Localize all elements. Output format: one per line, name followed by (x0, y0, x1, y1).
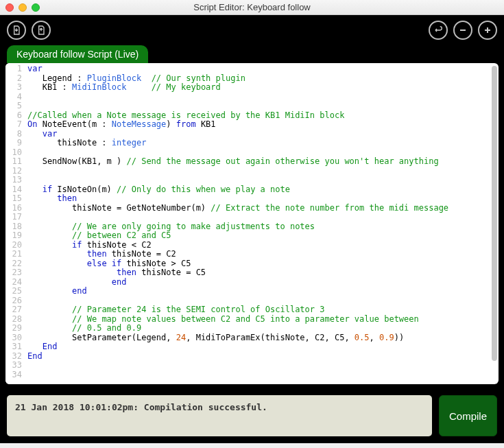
tab-script[interactable]: Keyboard follow Script (Live) (7, 45, 148, 63)
add-button[interactable] (478, 21, 497, 40)
remove-button[interactable] (453, 21, 472, 40)
file-export-icon (36, 25, 47, 36)
file-import-icon (11, 25, 22, 36)
close-window-button[interactable] (5, 3, 14, 12)
arrow-return-icon (433, 25, 444, 36)
minimize-window-button[interactable] (19, 3, 27, 12)
status-message: 21 Jan 2018 10:01:02pm: Compilation succ… (7, 395, 432, 436)
window-title: Script Editor: Keyboard follow (0, 2, 504, 12)
compile-button[interactable]: Compile (439, 395, 497, 436)
scrollbar-thumb[interactable] (492, 66, 497, 361)
import-script-button[interactable] (7, 21, 26, 40)
code-editor[interactable]: 1234567891011121314151617181920212223242… (5, 63, 499, 384)
code-area[interactable]: var Legend : PluginBlock // Our synth pl… (25, 63, 499, 384)
minus-icon (457, 25, 468, 36)
export-script-button[interactable] (32, 21, 51, 40)
status-bar: 21 Jan 2018 10:01:02pm: Compilation succ… (0, 390, 504, 443)
tab-bar: Keyboard follow Script (Live) (0, 45, 504, 63)
line-number-gutter: 1234567891011121314151617181920212223242… (5, 63, 25, 384)
zoom-window-button[interactable] (32, 3, 40, 12)
plus-icon (482, 25, 493, 36)
window-controls (0, 3, 40, 12)
titlebar: Script Editor: Keyboard follow (0, 0, 504, 15)
toolbar (0, 15, 504, 45)
scrollbar-track[interactable] (492, 66, 497, 377)
run-step-button[interactable] (429, 21, 448, 40)
